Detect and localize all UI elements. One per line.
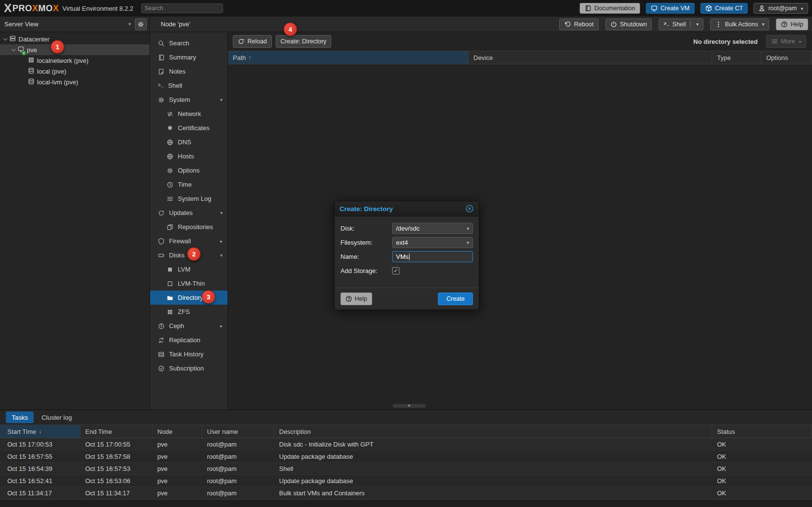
chevron-down-icon[interactable]: ▾ — [220, 253, 223, 258]
tree-settings-button[interactable] — [135, 19, 147, 30]
nav-item-lvm-thin[interactable]: LVM-Thin — [150, 276, 227, 291]
nav-item-replication[interactable]: Replication — [150, 333, 227, 347]
dialog-help-button[interactable]: Help — [340, 292, 372, 305]
nav-item-label: LVM — [178, 266, 190, 273]
nav-item-repositories[interactable]: Repositories — [150, 220, 227, 234]
search-icon — [158, 40, 165, 47]
table-cell: Oct 15 16:57:53 — [80, 463, 152, 474]
nav-item-system[interactable]: System▾ — [150, 93, 227, 107]
nav-item-system-log[interactable]: System Log — [150, 192, 227, 206]
nav-item-network[interactable]: Network — [150, 107, 227, 121]
nav-item-summary[interactable]: Summary — [150, 50, 227, 64]
table-row[interactable]: Oct 15 17:00:53Oct 15 17:00:55pveroot@pa… — [0, 438, 812, 450]
panel-splitter-handle[interactable]: ▼ — [393, 404, 426, 408]
table-row[interactable]: Oct 15 16:57:55Oct 15 16:57:58pveroot@pa… — [0, 450, 812, 463]
nav-item-lvm[interactable]: LVM — [150, 262, 227, 276]
column-header-start-time[interactable]: Start Time↓ — [0, 425, 80, 438]
shell-button[interactable]: >_Shell▾ — [659, 19, 703, 30]
chevron-down-icon[interactable]: ▾ — [220, 210, 223, 215]
nav-item-options[interactable]: Options — [150, 163, 227, 177]
column-header-options[interactable]: Options — [761, 51, 812, 64]
close-icon[interactable] — [465, 204, 474, 213]
gear-icon — [137, 21, 144, 28]
nav-item-directory[interactable]: Directory — [150, 291, 227, 305]
column-header-description[interactable]: Description — [274, 425, 712, 438]
text-cursor — [409, 254, 410, 260]
cube-icon — [705, 5, 712, 12]
chevron-down-icon[interactable]: ▾ — [220, 97, 223, 102]
expand-chevron-icon[interactable] — [3, 36, 7, 40]
dialog-create-button[interactable]: Create — [438, 292, 473, 305]
add-storage-checkbox[interactable]: ✓ — [392, 267, 399, 274]
nav-item-ceph[interactable]: Ceph▸ — [150, 319, 227, 333]
table-row[interactable]: Oct 15 16:52:41Oct 15 16:53:06pveroot@pa… — [0, 475, 812, 487]
nav-item-label: DNS — [178, 138, 191, 146]
root-pam-button[interactable]: root@pam▾ — [754, 3, 808, 14]
tree-item-local-lvm-pve-[interactable]: local-lvm (pve) — [0, 77, 150, 87]
input-value: VMs — [396, 253, 409, 260]
annotation-2: 2 — [187, 247, 201, 261]
nav-item-shell[interactable]: >_Shell — [150, 78, 227, 93]
column-header-type[interactable]: Type — [712, 51, 761, 64]
nav-item-subscription[interactable]: Subscription — [150, 361, 227, 375]
tab-cluster-log[interactable]: Cluster log — [36, 411, 77, 423]
nav-item-search[interactable]: Search — [150, 36, 227, 50]
filesystem-select[interactable]: ext4▾ — [392, 237, 473, 248]
column-header-node[interactable]: Node — [152, 425, 202, 438]
column-header-user-name[interactable]: User name — [202, 425, 274, 438]
bulk-actions-button[interactable]: Bulk Actions▾ — [710, 19, 769, 30]
tab-tasks[interactable]: Tasks — [6, 411, 34, 423]
button-label: Shell — [672, 21, 686, 28]
table-cell: root@pam — [202, 487, 274, 499]
tree-item-pve[interactable]: ✓pve — [0, 44, 150, 55]
tasks-scrollbar-track[interactable] — [0, 499, 812, 507]
reload-button[interactable]: Reload — [233, 35, 272, 48]
tree-item-localnetwork-pve-[interactable]: localnetwork (pve) — [0, 55, 150, 66]
nav-item-zfs[interactable]: ZFS — [150, 305, 227, 319]
table-row[interactable]: Oct 15 16:54:39Oct 15 16:57:53pveroot@pa… — [0, 463, 812, 475]
nav-item-task-history[interactable]: Task History — [150, 347, 227, 361]
chevron-down-icon: ▾ — [762, 21, 764, 27]
chevron-right-icon[interactable]: ▸ — [220, 323, 223, 329]
resource-tree: Datacenter✓pvelocalnetwork (pve)local (p… — [0, 32, 150, 410]
column-header-path[interactable]: Path↑ — [228, 51, 469, 64]
kebab-icon — [715, 21, 722, 28]
nav-item-label: ZFS — [178, 308, 190, 315]
nav-item-updates[interactable]: Updates▾ — [150, 206, 227, 220]
server-view-dropdown[interactable]: Server View — [4, 20, 38, 28]
column-label: Start Time — [7, 428, 36, 435]
shutdown-button[interactable]: Shutdown — [605, 19, 652, 30]
server-view-header: Server View ▾ — [0, 17, 150, 32]
chevron-down-icon[interactable]: ▾ — [128, 21, 131, 27]
tree-item-label: local (pve) — [37, 68, 66, 75]
sort-desc-icon: ↓ — [38, 428, 41, 435]
tree-item-datacenter[interactable]: Datacenter — [0, 34, 150, 44]
more-button[interactable]: More ▾ — [766, 35, 806, 48]
nav-item-dns[interactable]: DNS — [150, 135, 227, 149]
documentation-button[interactable]: Documentation — [580, 3, 640, 14]
create-vm-button[interactable]: Create VM — [646, 3, 695, 14]
book-icon — [585, 5, 591, 12]
nav-item-hosts[interactable]: Hosts — [150, 149, 227, 163]
create-ct-button[interactable]: Create CT — [700, 3, 748, 14]
chevron-right-icon[interactable]: ▸ — [220, 238, 223, 244]
create-directory-button[interactable]: Create: Directory — [276, 35, 331, 48]
column-header-device[interactable]: Device — [469, 51, 712, 64]
name-input[interactable]: VMs — [392, 251, 473, 262]
help-button[interactable]: Help — [776, 19, 808, 30]
nav-item-time[interactable]: Time — [150, 177, 227, 192]
global-search-input[interactable] — [141, 3, 223, 13]
expand-chevron-icon[interactable] — [12, 47, 16, 51]
tree-item-local-pve-[interactable]: local (pve) — [0, 66, 150, 77]
disk-select[interactable]: /dev/sdc▾ — [392, 223, 473, 234]
table-row[interactable]: Oct 15 11:34:17Oct 15 11:34:17pveroot@pa… — [0, 487, 812, 499]
nav-item-certificates[interactable]: Certificates — [150, 121, 227, 135]
brand-text: PRO — [13, 3, 33, 14]
column-header-end-time[interactable]: End Time — [80, 425, 152, 438]
dialog-field-row: Filesystem:ext4▾ — [340, 235, 473, 250]
column-header-status[interactable]: Status — [712, 425, 812, 438]
nav-item-firewall[interactable]: Firewall▸ — [150, 234, 227, 248]
reboot-button[interactable]: Reboot — [559, 19, 598, 30]
dialog-header[interactable]: Create: Directory — [335, 201, 479, 216]
nav-item-notes[interactable]: Notes — [150, 64, 227, 78]
